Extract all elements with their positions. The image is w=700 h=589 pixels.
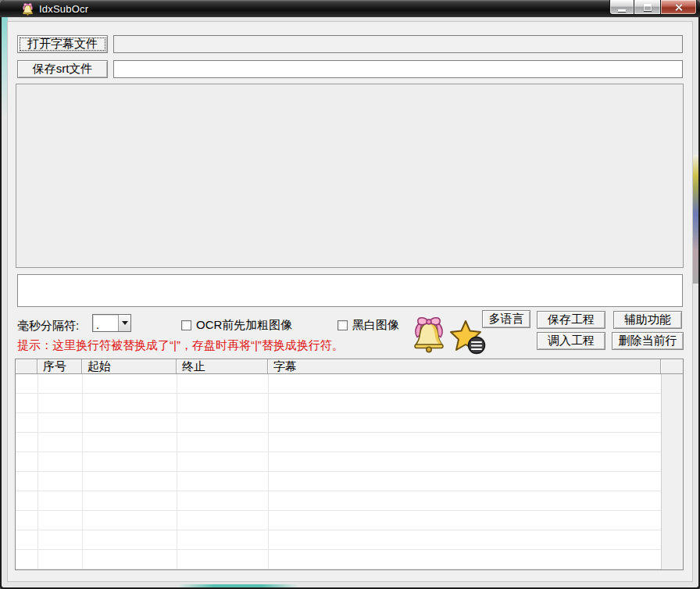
chevron-down-icon (122, 321, 128, 325)
app-window: IdxSubOcr 打开字幕文件 保存srt文件 (0, 0, 700, 589)
window-controls (609, 0, 697, 15)
main-form: 打开字幕文件 保存srt文件 毫秒分隔符: . OCR前先加粗图像 (8, 22, 692, 581)
save-file-path-input[interactable] (113, 60, 683, 78)
maximize-button[interactable] (634, 0, 660, 15)
table-header-cell-subtitle: 字幕 (268, 359, 661, 374)
window-title: IdxSubOcr (39, 3, 88, 15)
combo-dropdown-button[interactable] (118, 315, 130, 331)
ocr-text-area[interactable] (17, 274, 683, 307)
close-button[interactable] (660, 0, 697, 15)
bell-with-bow-icon[interactable] (410, 315, 448, 353)
title-bar[interactable]: IdxSubOcr (0, 0, 700, 17)
table-right-gutter (662, 374, 683, 569)
bw-image-checkbox-group[interactable]: 黑白图像 (338, 318, 399, 333)
frame-right-glow (693, 155, 698, 284)
multilang-button[interactable]: 多语言 (482, 310, 530, 328)
table-header-cell-end: 终止 (177, 359, 268, 374)
subtitle-table[interactable]: 序号 起始 终止 字幕 (15, 359, 684, 570)
load-project-button[interactable]: 调入工程 (537, 332, 605, 350)
ms-separator-label: 毫秒分隔符: (17, 319, 79, 334)
grid-column-line (38, 374, 38, 569)
table-header-cell-index: 序号 (38, 359, 82, 374)
star-menu-icon[interactable] (449, 319, 487, 355)
app-icon-bell-icon[interactable] (21, 2, 34, 16)
delete-current-row-button[interactable]: 删除当前行 (612, 332, 684, 350)
grid-column-line (268, 374, 269, 569)
bold-image-checkbox-label: OCR前先加粗图像 (196, 318, 292, 333)
frame-bottom-glow (177, 584, 298, 587)
ms-separator-value: . (93, 315, 118, 331)
bold-image-checkbox[interactable] (181, 320, 191, 330)
save-project-button[interactable]: 保存工程 (537, 311, 605, 329)
subtitle-image-panel (16, 84, 684, 268)
close-icon (674, 3, 683, 12)
grid-column-line (82, 374, 83, 569)
maximize-icon (644, 4, 652, 11)
table-body[interactable] (16, 374, 683, 569)
frame-left-glow (2, 17, 8, 119)
minimize-icon (618, 9, 626, 12)
open-file-path-input[interactable] (113, 35, 683, 53)
table-header-cell-start: 起始 (82, 359, 177, 374)
ms-separator-select[interactable]: . (92, 314, 131, 332)
table-header: 序号 起始 终止 字幕 (16, 359, 683, 374)
open-subtitle-file-button[interactable]: 打开字幕文件 (17, 35, 108, 53)
bw-image-checkbox[interactable] (338, 320, 348, 330)
bw-image-checkbox-label: 黑白图像 (352, 318, 399, 333)
window-frame: 打开字幕文件 保存srt文件 毫秒分隔符: . OCR前先加粗图像 (2, 17, 698, 587)
bold-image-checkbox-group[interactable]: OCR前先加粗图像 (181, 318, 292, 333)
grid-column-line (177, 374, 177, 569)
line-break-hint-text: 提示：这里换行符被替换成了“|”，存盘时再将“|”替换成换行符。 (17, 338, 344, 353)
save-srt-file-button[interactable]: 保存srt文件 (17, 60, 108, 78)
aux-functions-button[interactable]: 辅助功能 (613, 311, 682, 329)
table-header-cell-filler (661, 359, 683, 374)
minimize-button[interactable] (609, 0, 634, 15)
table-header-cell-marker (16, 359, 38, 374)
